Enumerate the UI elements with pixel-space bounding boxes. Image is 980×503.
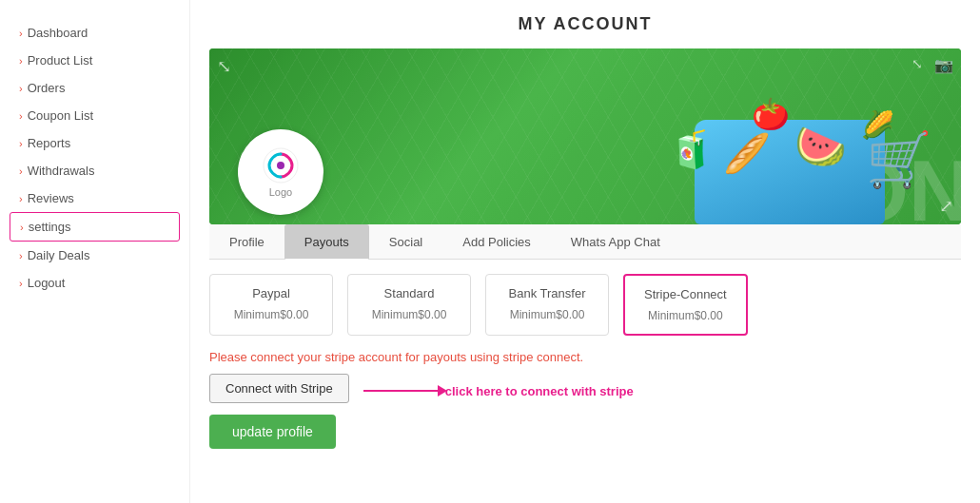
tab-add-policies[interactable]: Add Policies — [442, 224, 551, 260]
arrow-line — [363, 390, 440, 392]
main-content: MY ACCOUNT ⤡ ⤡ 📷 ⤢ 🛒 🍉 🥖 🧃 — [190, 0, 980, 503]
payment-card-standard[interactable]: Standard Minimum$0.00 — [347, 274, 471, 336]
sidebar-item-label: Reports — [28, 136, 71, 150]
sidebar-item-label: Orders — [28, 81, 66, 95]
drink-items: 🧃 — [669, 131, 714, 167]
food-items: 🍉 — [794, 126, 847, 167]
arrow-annotation: click here to connect with stripe — [363, 384, 634, 398]
tab-whats-app-chat[interactable]: Whats App Chat — [551, 224, 680, 260]
annotation-row: click here to connect with stripe — [363, 384, 634, 398]
sidebar-item-label: Reviews — [28, 191, 74, 205]
sidebar-item-label: Product List — [28, 53, 93, 68]
bread-items: 🥖 — [723, 134, 771, 172]
banner: ⤡ ⤡ 📷 ⤢ 🛒 🍉 🥖 🧃 🍅 🌽 ON — [209, 48, 961, 224]
sidebar-item-coupon-list[interactable]: › Coupon List — [10, 102, 180, 129]
logo-icon — [262, 146, 300, 184]
payment-card-paypal[interactable]: Paypal Minimum$0.00 — [209, 274, 333, 336]
annotation-text: click here to connect with stripe — [445, 384, 634, 398]
method-minimum: Minimum$0.00 — [644, 309, 727, 322]
tab-payouts[interactable]: Payouts — [284, 224, 369, 260]
logo-circle: Logo — [238, 129, 323, 215]
method-name: Stripe-Connect — [644, 287, 727, 301]
stripe-notice: Please connect your stripe account for p… — [209, 350, 961, 364]
sidebar-item-label: Withdrawals — [28, 164, 95, 178]
chevron-icon: › — [19, 165, 23, 177]
payment-card-stripe-connect[interactable]: Stripe-Connect Minimum$0.00 — [623, 274, 748, 336]
tab-profile[interactable]: Profile — [209, 224, 284, 260]
sidebar-item-reports[interactable]: › Reports — [10, 129, 180, 157]
sidebar-item-reviews[interactable]: › Reviews — [10, 184, 180, 212]
chevron-icon: › — [19, 55, 23, 67]
pepper-items: 🌽 — [861, 112, 894, 139]
tab-social[interactable]: Social — [369, 224, 442, 260]
method-minimum: Minimum$0.00 — [505, 308, 589, 321]
payment-card-bank-transfer[interactable]: Bank Transfer Minimum$0.00 — [485, 274, 609, 336]
sidebar-item-logout[interactable]: › Logout — [10, 269, 180, 297]
sidebar-item-settings[interactable]: › settings — [10, 212, 180, 242]
veg-items: 🍅 — [752, 99, 790, 129]
banner-background: ⤡ ⤡ 📷 ⤢ 🛒 🍉 🥖 🧃 🍅 🌽 ON — [209, 48, 961, 224]
method-name: Paypal — [229, 286, 313, 300]
sidebar-item-withdrawals[interactable]: › Withdrawals — [10, 157, 180, 184]
chevron-icon: › — [19, 193, 23, 204]
chevron-icon: › — [19, 138, 23, 149]
sidebar-item-daily-deals[interactable]: › Daily Deals — [10, 242, 180, 269]
update-profile-button[interactable]: update profile — [209, 415, 336, 449]
chevron-icon: › — [19, 28, 23, 39]
method-minimum: Minimum$0.00 — [229, 308, 313, 321]
method-name: Standard — [367, 286, 451, 300]
produce-items: 🛒 — [866, 133, 932, 186]
page-title: MY ACCOUNT — [209, 14, 961, 34]
sidebar-item-orders[interactable]: › Orders — [10, 74, 180, 102]
method-name: Bank Transfer — [505, 286, 589, 300]
sidebar-item-product-list[interactable]: › Product List — [10, 47, 180, 74]
connect-row: Connect with Stripe click here to connec… — [209, 374, 961, 403]
sidebar-item-label: Coupon List — [28, 108, 93, 123]
svg-point-1 — [277, 162, 284, 169]
connect-stripe-button[interactable]: Connect with Stripe — [209, 374, 349, 403]
logo-text: Logo — [269, 186, 292, 198]
chevron-icon: › — [19, 83, 23, 94]
tabs-bar: Profile Payouts Social Add Policies What… — [209, 224, 961, 260]
chevron-icon: › — [19, 110, 23, 122]
sidebar-item-dashboard[interactable]: › Dashboard — [10, 19, 180, 47]
method-minimum: Minimum$0.00 — [367, 308, 451, 321]
sidebar-item-label: Logout — [28, 276, 66, 290]
sidebar-item-label: Dashboard — [28, 26, 88, 40]
expand-icon-tl: ⤡ — [217, 56, 231, 77]
grocery-illustration: 🛒 🍉 🥖 🧃 🍅 🌽 ON — [504, 48, 961, 224]
sidebar: › Dashboard › Product List › Orders › Co… — [0, 0, 190, 503]
payment-methods: Paypal Minimum$0.00 Standard Minimum$0.0… — [209, 274, 961, 336]
chevron-icon: › — [19, 250, 23, 261]
sidebar-item-label: Daily Deals — [28, 248, 90, 262]
sidebar-item-label: settings — [29, 220, 71, 234]
chevron-icon: › — [20, 222, 24, 233]
chevron-icon: › — [19, 278, 23, 289]
